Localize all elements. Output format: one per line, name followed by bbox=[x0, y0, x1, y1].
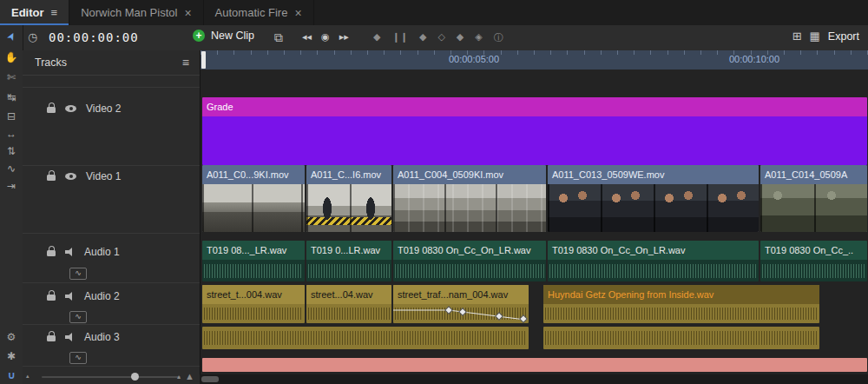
video-clip[interactable]: A011_C...I6.mov bbox=[306, 165, 391, 232]
audio-waveform bbox=[543, 304, 819, 323]
timecode-display: 00:00:00:00 bbox=[49, 30, 139, 44]
divider bbox=[23, 165, 200, 166]
audio-clip[interactable]: T019 0830 On_Cc_On_LR.wav bbox=[393, 241, 546, 281]
audio-clip[interactable]: street_t...004.wav bbox=[202, 285, 305, 323]
keyframe-curve[interactable] bbox=[393, 304, 529, 323]
step-forward-icon[interactable]: ▸▸ bbox=[339, 31, 349, 43]
roll-tool-icon[interactable]: ⊟ bbox=[0, 110, 23, 122]
marker-icon[interactable]: ◆ bbox=[373, 31, 380, 44]
curve-tool-icon[interactable]: ∿ bbox=[0, 162, 23, 175]
zoom-in-icon[interactable]: ▲ bbox=[185, 371, 194, 381]
tool-sidebar: ➤ ✋ ✄ ↹ ⊟ ↔ ⇅ ∿ ⇥ ⚙ ✱ ∪ bbox=[0, 25, 23, 384]
razor-tool-icon[interactable]: ✄ bbox=[0, 71, 23, 83]
audio-clip[interactable]: street_traf...nam_004.wav bbox=[393, 285, 529, 323]
export-button[interactable]: ⊞ ▦ Export bbox=[792, 30, 859, 43]
waveform-toggle[interactable]: ∿ bbox=[69, 352, 87, 364]
pointer-tool-icon[interactable]: ➤ bbox=[0, 30, 23, 43]
export-monitor-icon[interactable]: ▦ bbox=[810, 30, 820, 43]
divider bbox=[23, 233, 200, 234]
track-header-video-1[interactable]: Video 1 bbox=[23, 167, 200, 186]
timeline-ruler[interactable]: 00:00:05:00 00:00:10:00 bbox=[201, 50, 868, 70]
clip-label: Huyndai Getz Opening from Inside.wav bbox=[543, 285, 819, 304]
eye-icon[interactable] bbox=[65, 173, 76, 180]
clip-grade[interactable]: Grade bbox=[202, 97, 867, 165]
hamburger-icon[interactable]: ≡ bbox=[51, 6, 58, 19]
audio-clip[interactable]: T019 08..._LR.wav bbox=[202, 241, 305, 281]
lock-icon[interactable] bbox=[47, 107, 56, 113]
speaker-icon[interactable] bbox=[65, 248, 75, 256]
marker-open-icon[interactable]: ◇ bbox=[437, 31, 444, 44]
marker-icon[interactable]: ◆ bbox=[419, 31, 426, 44]
lock-icon[interactable] bbox=[47, 250, 56, 256]
zoom-out-icon[interactable]: ▴ bbox=[26, 373, 30, 380]
clip-label: T019 0...LR.wav bbox=[306, 241, 391, 260]
track-header-audio-2[interactable]: Audio 2 bbox=[23, 287, 200, 306]
marker-icon[interactable]: ◆ bbox=[457, 31, 464, 44]
lock-icon[interactable] bbox=[47, 335, 56, 341]
tracks-menu-icon[interactable]: ≡ bbox=[182, 56, 189, 70]
clip-label: street_t...004.wav bbox=[202, 285, 305, 304]
tab-editor[interactable]: Editor ≡ bbox=[0, 0, 69, 25]
video-clip[interactable]: A011_C0...9KI.mov bbox=[202, 165, 305, 232]
lock-icon[interactable] bbox=[47, 295, 56, 301]
audio-waveform bbox=[306, 260, 391, 281]
pause-marker-icon[interactable]: ❙❙ bbox=[391, 31, 407, 44]
waveform-toggle[interactable]: ∿ bbox=[69, 268, 87, 280]
speaker-icon[interactable] bbox=[65, 292, 75, 301]
duplicate-icon[interactable]: ⧉ bbox=[274, 30, 283, 45]
info-icon[interactable]: ⓘ bbox=[494, 31, 503, 44]
close-icon[interactable]: × bbox=[294, 6, 301, 20]
marker-half-icon[interactable]: ◈ bbox=[475, 31, 482, 44]
lock-icon[interactable] bbox=[47, 175, 56, 181]
out-tool-icon[interactable]: ⇥ bbox=[0, 180, 23, 192]
video-clip[interactable]: A011_C004_0509KI.mov bbox=[393, 165, 546, 232]
video-clip[interactable]: A011_C014_0509A bbox=[760, 165, 867, 232]
track-name: Audio 3 bbox=[84, 331, 120, 343]
step-back-icon[interactable]: ◂◂ bbox=[302, 31, 312, 43]
audio-clip[interactable]: street...04.wav bbox=[306, 285, 391, 323]
track-header-audio-1[interactable]: Audio 1 bbox=[23, 242, 200, 262]
tab-norwich-man-pistol[interactable]: Norwich Man Pistol × bbox=[69, 0, 203, 25]
close-icon[interactable]: × bbox=[184, 6, 191, 20]
slip-tool-icon[interactable]: ⇅ bbox=[0, 145, 23, 157]
tab-label: Automatic Fire bbox=[215, 6, 288, 19]
zoom-slider-track[interactable] bbox=[42, 376, 181, 378]
settings-gear-icon[interactable]: ⚙ bbox=[0, 331, 23, 343]
ruler-timecode: 00:00:10:00 bbox=[729, 54, 779, 64]
tab-label: Norwich Man Pistol bbox=[81, 6, 177, 19]
eye-icon[interactable] bbox=[65, 105, 76, 112]
export-add-icon[interactable]: ⊞ bbox=[792, 30, 802, 43]
trim-tool-icon[interactable]: ↹ bbox=[0, 91, 23, 103]
cue-icon[interactable]: ◉ bbox=[321, 31, 330, 43]
audio-clip[interactable] bbox=[543, 327, 819, 349]
audio-clip[interactable] bbox=[202, 327, 529, 349]
tab-automatic-fire[interactable]: Automatic Fire × bbox=[204, 0, 314, 25]
track-header-audio-3[interactable]: Audio 3 bbox=[23, 328, 200, 347]
zoom-in-small-icon[interactable]: ▴ bbox=[177, 373, 181, 381]
video-clip[interactable]: A011_C013_0509WE.mov bbox=[548, 165, 759, 232]
scrollbar-handle[interactable] bbox=[201, 376, 219, 382]
clip-label: T019 08..._LR.wav bbox=[202, 241, 305, 260]
new-clip-button[interactable]: + New Clip bbox=[193, 30, 254, 42]
waveform-toggle[interactable]: ∿ bbox=[69, 311, 87, 323]
snap-icon[interactable]: ✱ bbox=[0, 350, 23, 362]
clock-icon[interactable]: ◷ bbox=[28, 30, 37, 43]
ruler-timecode: 00:00:05:00 bbox=[449, 54, 499, 64]
track-header-video-2[interactable]: Video 2 bbox=[23, 99, 200, 118]
audio-waveform bbox=[760, 260, 867, 281]
track-name: Audio 1 bbox=[84, 246, 120, 258]
speaker-icon[interactable] bbox=[65, 333, 75, 341]
audio-clip[interactable]: Huyndai Getz Opening from Inside.wav bbox=[543, 285, 819, 323]
collapsed-track-strip[interactable] bbox=[202, 358, 867, 372]
clip-label: street_traf...nam_004.wav bbox=[393, 285, 529, 304]
playhead[interactable] bbox=[201, 51, 206, 69]
timeline: 00:00:05:00 00:00:10:00 Grade A011_C0...… bbox=[200, 50, 868, 384]
horizontal-scrollbar[interactable] bbox=[200, 374, 868, 384]
hand-tool-icon[interactable]: ✋ bbox=[0, 51, 23, 63]
magnet-icon[interactable]: ∪ bbox=[0, 369, 23, 381]
audio-clip[interactable]: T019 0...LR.wav bbox=[306, 241, 391, 281]
audio-clip[interactable]: T019 0830 On_Cc_.. bbox=[760, 241, 867, 281]
audio-clip[interactable]: T019 0830 On_Cc_On_LR.wav bbox=[548, 241, 759, 281]
slide-tool-icon[interactable]: ↔ bbox=[0, 128, 23, 140]
zoom-slider-handle[interactable] bbox=[131, 373, 139, 381]
